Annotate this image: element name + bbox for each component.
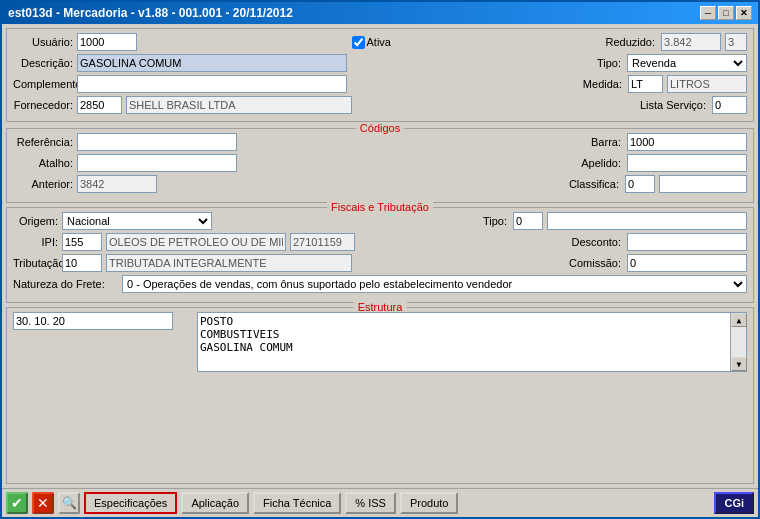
maximize-button[interactable]: □ (718, 6, 734, 20)
tree-line-3: GASOLINA COMUM (200, 341, 728, 354)
complemento-label: Complemento: (13, 78, 73, 90)
desconto-label: Desconto: (571, 236, 621, 248)
structure-left (13, 312, 193, 372)
tipo-fiscal-label: Tipo: (483, 215, 507, 227)
tributacao-desc-input[interactable] (106, 254, 352, 272)
structure-code-input[interactable] (13, 312, 173, 330)
content-area: Usuário: Ativa Reduzido: Descrição: Tipo… (2, 24, 758, 488)
usuario-label: Usuário: (13, 36, 73, 48)
tributacao-input[interactable] (62, 254, 102, 272)
row-origem: Origem: Nacional Tipo: (13, 212, 747, 230)
reduzido-input[interactable] (661, 33, 721, 51)
bottom-bar: ✔ ✕ 🔍 Especificações Aplicação Ficha Téc… (2, 488, 758, 517)
confirm-button[interactable]: ✔ (6, 492, 28, 514)
ativa-checkbox[interactable] (352, 36, 365, 49)
fiscal-title: Fiscais e Tributação (327, 201, 433, 213)
medida-label: Medida: (583, 78, 622, 90)
origem-label: Origem: (13, 215, 58, 227)
especificacoes-button[interactable]: Especificações (84, 492, 177, 514)
ipi-desc-input[interactable] (106, 233, 286, 251)
tipo-label: Tipo: (597, 57, 621, 69)
ipi-code-input[interactable] (290, 233, 355, 251)
reduzido-label: Reduzido: (605, 36, 655, 48)
natureza-label: Natureza do Frete: (13, 278, 118, 290)
cancel-button[interactable]: ✕ (32, 492, 54, 514)
row-fornecedor: Fornecedor: Lista Serviço: (13, 96, 747, 114)
descricao-label: Descrição: (13, 57, 73, 69)
atalho-input[interactable] (77, 154, 237, 172)
row-referencia: Referência: Barra: (13, 133, 747, 151)
lista-servico-input[interactable] (712, 96, 747, 114)
top-section: Usuário: Ativa Reduzido: Descrição: Tipo… (6, 28, 754, 122)
codes-section: Códigos Referência: Barra: Atalho: Apeli… (6, 128, 754, 203)
usuario-input[interactable] (77, 33, 137, 51)
scrollbar[interactable]: ▲ ▼ (730, 313, 746, 371)
cgi-button[interactable]: CGi (714, 492, 754, 514)
row-ipi: IPI: Desconto: (13, 233, 747, 251)
search-button[interactable]: 🔍 (58, 492, 80, 514)
minimize-button[interactable]: ─ (700, 6, 716, 20)
tipo-fiscal-input[interactable] (513, 212, 543, 230)
apelido-label: Apelido: (581, 157, 621, 169)
scroll-track (731, 327, 746, 357)
tipo-fiscal-desc[interactable] (547, 212, 747, 230)
classifica-input1[interactable] (625, 175, 655, 193)
anterior-input[interactable] (77, 175, 157, 193)
close-button[interactable]: ✕ (736, 6, 752, 20)
row-atalho: Atalho: Apelido: (13, 154, 747, 172)
iss-button[interactable]: % ISS (345, 492, 396, 514)
produto-button[interactable]: Produto (400, 492, 459, 514)
apelido-input[interactable] (627, 154, 747, 172)
row-tributacao: Tributação: Comissão: (13, 254, 747, 272)
lista-servico-label: Lista Serviço: (640, 99, 706, 111)
tipo-select[interactable]: Revenda (627, 54, 747, 72)
main-window: est013d - Mercadoria - v1.88 - 001.001 -… (0, 0, 760, 519)
classifica-label: Classifica: (569, 178, 619, 190)
ipi-input[interactable] (62, 233, 102, 251)
barra-label: Barra: (591, 136, 621, 148)
fiscal-section: Fiscais e Tributação Origem: Nacional Ti… (6, 207, 754, 303)
referencia-input[interactable] (77, 133, 237, 151)
row-natureza: Natureza do Frete: 0 - Operações de vend… (13, 275, 747, 293)
tree-line-1: POSTO (200, 315, 728, 328)
ficha-tecnica-button[interactable]: Ficha Técnica (253, 492, 341, 514)
referencia-label: Referência: (13, 136, 73, 148)
fornecedor-label: Fornecedor: (13, 99, 73, 111)
titlebar: est013d - Mercadoria - v1.88 - 001.001 -… (2, 2, 758, 24)
tributacao-label: Tributação: (13, 257, 58, 269)
ativa-checkbox-area: Ativa (352, 36, 391, 49)
structure-inner: POSTO COMBUSTIVEIS GASOLINA COMUM ▲ ▼ (13, 312, 747, 372)
row-usuario: Usuário: Ativa Reduzido: (13, 33, 747, 51)
descricao-input[interactable] (77, 54, 347, 72)
medida-input[interactable] (628, 75, 663, 93)
row-anterior: Anterior: Classifica: (13, 175, 747, 193)
aplicacao-button[interactable]: Aplicação (181, 492, 249, 514)
atalho-label: Atalho: (13, 157, 73, 169)
origem-select[interactable]: Nacional (62, 212, 212, 230)
anterior-label: Anterior: (13, 178, 73, 190)
codes-title: Códigos (356, 122, 404, 134)
classifica-input2[interactable] (659, 175, 747, 193)
complemento-input[interactable] (77, 75, 347, 93)
window-title: est013d - Mercadoria - v1.88 - 001.001 -… (8, 6, 293, 20)
desconto-input[interactable] (627, 233, 747, 251)
barra-input[interactable] (627, 133, 747, 151)
scroll-down-btn[interactable]: ▼ (731, 357, 747, 371)
tree-line-2: COMBUSTIVEIS (200, 328, 728, 341)
reduzido-num-input[interactable] (725, 33, 747, 51)
natureza-select[interactable]: 0 - Operações de vendas, com ônus suport… (122, 275, 747, 293)
comissao-input[interactable] (627, 254, 747, 272)
litros-input[interactable] (667, 75, 747, 93)
comissao-label: Comissão: (569, 257, 621, 269)
structure-section: Estrutura POSTO COMBUSTIVEIS GASOLINA CO… (6, 307, 754, 484)
row-descricao: Descrição: Tipo: Revenda (13, 54, 747, 72)
structure-tree: POSTO COMBUSTIVEIS GASOLINA COMUM ▲ ▼ (197, 312, 747, 372)
fornecedor-num-input[interactable] (77, 96, 122, 114)
titlebar-buttons: ─ □ ✕ (700, 6, 752, 20)
fornecedor-name-input[interactable] (126, 96, 352, 114)
ipi-label: IPI: (13, 236, 58, 248)
ativa-label: Ativa (367, 36, 391, 48)
row-complemento: Complemento: Medida: (13, 75, 747, 93)
scroll-up-btn[interactable]: ▲ (731, 313, 747, 327)
